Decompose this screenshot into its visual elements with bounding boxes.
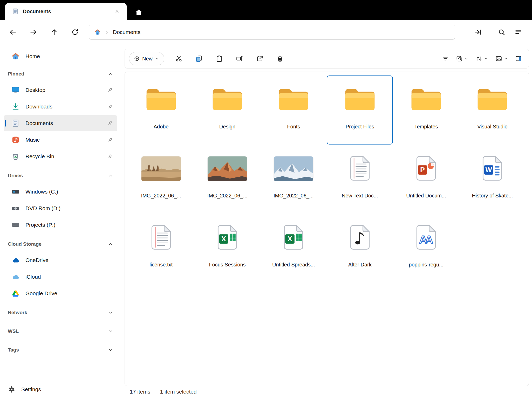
pin-icon — [107, 153, 113, 160]
titlebar: Documents — [0, 0, 532, 20]
file-item-img-2022-06[interactable]: IMG_2022_06_... — [194, 145, 260, 214]
selection-count: 1 item selected — [160, 389, 196, 395]
sidebar-item-label: iCloud — [25, 274, 41, 280]
tab-documents[interactable]: Documents — [5, 3, 127, 20]
sidebar-item-windows-c[interactable]: Windows (C:) — [4, 184, 117, 200]
file-name: Templates — [414, 124, 438, 130]
file-item-fonts[interactable]: Fonts — [261, 75, 327, 145]
sidebar-item-downloads[interactable]: Downloads — [4, 99, 117, 115]
word-file-icon: W — [481, 155, 503, 182]
onedrive-icon — [11, 256, 20, 264]
sidebar-item-music[interactable]: Music — [4, 132, 117, 148]
font-file-icon: AA — [415, 224, 437, 251]
file-item-new-text-doc[interactable]: New Text Doc... — [327, 145, 393, 214]
sidebar-item-dvd-rom-d[interactable]: DVD Rom (D:) — [4, 200, 117, 216]
sidebar-section-cloud-storage[interactable]: Cloud Storage — [0, 237, 121, 252]
file-item-visual-studio[interactable]: Visual Studio — [459, 75, 526, 145]
view-controls — [439, 52, 524, 65]
document-icon — [12, 8, 19, 15]
gear-icon — [8, 386, 16, 393]
chevron-down-icon — [484, 57, 488, 61]
file-item-untitled-docum[interactable]: PUntitled Docum... — [393, 145, 459, 214]
file-name: Visual Studio — [477, 124, 507, 130]
image-thumbnail — [208, 156, 247, 181]
file-icon-area — [208, 148, 247, 189]
sidebar-item-recycle-bin[interactable]: Recycle Bin — [4, 148, 117, 164]
file-item-adobe[interactable]: Adobe — [128, 75, 194, 145]
sidebar-sections: PinnedDesktopDownloadsDocumentsMusicRecy… — [0, 66, 121, 357]
sidebar-item-icloud[interactable]: iCloud — [4, 269, 117, 285]
sort-button[interactable] — [473, 52, 491, 65]
file-item-img-2022-06[interactable]: IMG_2022_06_... — [261, 145, 327, 214]
breadcrumb-path[interactable]: Documents — [113, 29, 140, 35]
document-lines-button[interactable] — [511, 25, 525, 39]
share-button[interactable] — [253, 52, 267, 65]
preview-pane-button[interactable] — [513, 52, 524, 65]
cut-button[interactable] — [172, 52, 186, 65]
file-item-focus-sessions[interactable]: XFocus Sessions — [194, 214, 260, 283]
sidebar-item-label: Windows (C:) — [25, 189, 58, 195]
sidebar-item-onedrive[interactable]: OneDrive — [4, 252, 117, 268]
forward-icon — [30, 28, 37, 36]
new-button[interactable]: New — [129, 52, 164, 65]
layout-button[interactable] — [493, 52, 510, 65]
pin-icon — [107, 137, 113, 143]
address-bar[interactable]: Documents — [89, 25, 455, 40]
filter-button[interactable] — [439, 52, 451, 65]
sidebar-section-tags[interactable]: Tags — [0, 342, 121, 357]
back-button[interactable] — [6, 25, 20, 39]
svg-text:X: X — [288, 235, 292, 243]
file-item-untitled-spreads[interactable]: XUntitled Spreads... — [261, 214, 327, 283]
pin-icon — [107, 120, 113, 126]
file-item-history-of-skate[interactable]: WHistory of Skate... — [459, 145, 526, 214]
sidebar-item-projects-p[interactable]: Projects (P:) — [4, 217, 117, 233]
copy-button[interactable] — [192, 52, 206, 65]
desktop-icon — [11, 86, 20, 94]
file-item-license-txt[interactable]: license.txt — [128, 214, 194, 283]
sidebar-item-desktop[interactable]: Desktop — [4, 82, 117, 98]
file-icon-area — [141, 148, 181, 189]
delete-button[interactable] — [273, 52, 287, 65]
up-button[interactable] — [47, 25, 61, 39]
rename-button[interactable] — [232, 52, 247, 65]
refresh-button[interactable] — [68, 25, 82, 39]
sidebar-item-label: Google Drive — [25, 290, 57, 297]
sidebar-item-documents[interactable]: Documents — [4, 115, 117, 131]
sidebar-section-pinned[interactable]: Pinned — [0, 66, 121, 81]
file-icon-area — [150, 217, 172, 258]
search-button[interactable] — [495, 25, 509, 39]
sidebar-item-home[interactable]: Home — [4, 48, 117, 64]
sidebar-item-google-drive[interactable]: Google Drive — [4, 285, 117, 301]
delete-icon — [276, 55, 284, 62]
paste-button[interactable] — [212, 52, 227, 65]
skip-end-button[interactable] — [471, 25, 485, 39]
sidebar-section-network[interactable]: Network — [0, 305, 121, 320]
filter-icon — [442, 55, 449, 62]
file-item-img-2022-06[interactable]: IMG_2022_06_... — [128, 145, 194, 214]
layout-icon — [495, 55, 502, 62]
preview-pane-icon — [515, 55, 522, 62]
up-icon — [50, 28, 58, 36]
file-item-design[interactable]: Design — [194, 75, 260, 145]
file-item-after-dark[interactable]: After Dark — [327, 214, 393, 283]
new-button-label: New — [142, 56, 153, 62]
forward-button[interactable] — [26, 25, 40, 39]
select-options-button[interactable] — [453, 52, 471, 65]
file-icon-area — [349, 217, 371, 258]
breadcrumb-home-icon[interactable] — [94, 29, 101, 36]
folder-icon — [211, 86, 244, 113]
sidebar-section-drives[interactable]: Drives — [0, 168, 121, 183]
sidebar-item-settings[interactable]: Settings — [4, 382, 117, 397]
tab-close-button[interactable] — [112, 6, 122, 16]
paste-icon — [216, 55, 223, 62]
items-count: 17 items — [130, 389, 150, 395]
file-item-project-files[interactable]: Project Files — [327, 75, 393, 145]
sidebar-item-label: Settings — [21, 386, 41, 393]
sidebar-section-wsl[interactable]: WSL — [0, 324, 121, 339]
file-item-templates[interactable]: Templates — [393, 75, 459, 145]
sidebar-item-label: Projects (P:) — [25, 222, 56, 228]
file-name: license.txt — [149, 262, 173, 268]
pin-icon — [107, 87, 113, 93]
file-item-poppins-regu[interactable]: AApoppins-regu... — [393, 214, 459, 283]
home-button[interactable] — [133, 6, 145, 18]
